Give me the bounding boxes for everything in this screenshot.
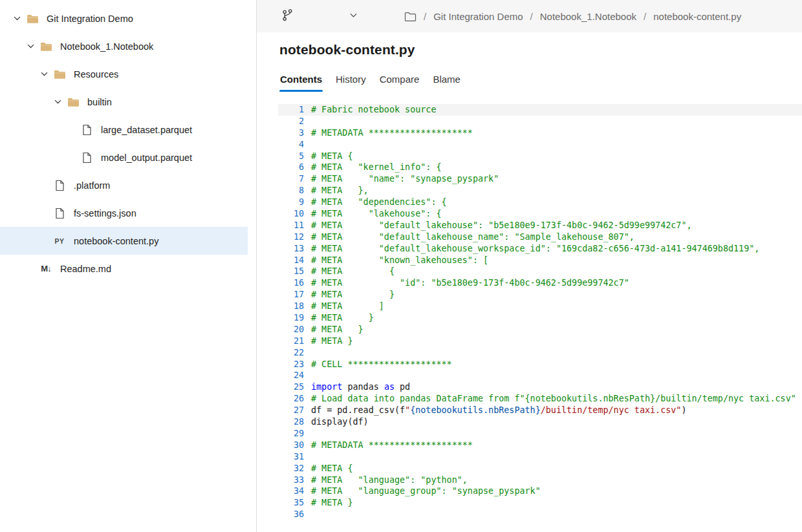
tree-item-readme-md[interactable]: M↓Readme.md xyxy=(0,255,248,282)
line-number[interactable]: 19 xyxy=(278,312,304,324)
code-line: 10# META "lakehouse": { xyxy=(278,208,802,220)
code-line: 31 xyxy=(278,451,802,463)
line-number[interactable]: 33 xyxy=(278,474,304,486)
chevron-spacer xyxy=(36,199,52,227)
line-content: import pandas as pd xyxy=(304,381,410,393)
line-number[interactable]: 28 xyxy=(278,416,304,428)
tree-item-label: Git Integration Demo xyxy=(47,14,133,24)
tree-item-label: notebook-content.py xyxy=(74,236,158,246)
tab-contents[interactable]: Contents xyxy=(279,71,323,92)
line-number[interactable]: 1 xyxy=(278,104,304,116)
code-line: 36 xyxy=(278,509,802,520)
line-number[interactable]: 16 xyxy=(278,277,304,289)
line-content xyxy=(304,347,311,359)
tree-item-fs-settings-json[interactable]: fs-settings.json xyxy=(0,199,248,227)
line-number[interactable]: 24 xyxy=(278,370,304,381)
code-line: 6# META "kernel_info": { xyxy=(278,162,802,173)
code-line: 18# META ] xyxy=(278,301,802,312)
tree-item-model-output-parquet[interactable]: model_output.parquet xyxy=(0,144,248,171)
breadcrumb-item-git-integration-demo[interactable]: Git Integration Demo xyxy=(433,11,523,22)
breadcrumb-item-notebook-1-notebook[interactable]: Notebook_1.Notebook xyxy=(540,11,636,22)
line-number[interactable]: 17 xyxy=(278,289,304,301)
line-number[interactable]: 11 xyxy=(278,220,304,231)
line-content: # META }, xyxy=(304,185,369,197)
chevron-down-icon xyxy=(349,10,358,22)
line-number[interactable]: 3 xyxy=(278,127,304,139)
breadcrumb-separator: / xyxy=(530,11,533,22)
page-title: notebook-content.py xyxy=(279,42,802,58)
line-content: # META "known_lakehouses": [ xyxy=(304,255,488,266)
line-number[interactable]: 8 xyxy=(278,185,304,197)
chevron-down-icon[interactable] xyxy=(50,88,66,116)
line-number[interactable]: 14 xyxy=(278,255,304,266)
file-icon xyxy=(80,116,94,144)
tree-item-notebook-content-py[interactable]: PYnotebook-content.py xyxy=(0,227,248,255)
tree-item-notebook-1-notebook[interactable]: Notebook_1.Notebook xyxy=(0,32,248,60)
code-line: 17# META } xyxy=(278,289,802,301)
line-number[interactable]: 21 xyxy=(278,335,304,347)
line-number[interactable]: 5 xyxy=(278,151,304,162)
line-number[interactable]: 22 xyxy=(278,347,304,359)
line-number[interactable]: 15 xyxy=(278,266,304,277)
breadcrumb-item-notebook-content-py[interactable]: notebook-content.py xyxy=(653,11,741,22)
markdown-file-icon: M↓ xyxy=(39,255,53,282)
chevron-spacer xyxy=(63,144,80,171)
line-number[interactable]: 10 xyxy=(278,208,304,220)
line-number[interactable]: 27 xyxy=(278,405,304,416)
tab-blame[interactable]: Blame xyxy=(432,71,461,92)
tree-item-label: Notebook_1.Notebook xyxy=(60,41,153,52)
file-icon xyxy=(52,199,67,227)
repo-root-folder-icon[interactable] xyxy=(404,11,417,22)
line-number[interactable]: 29 xyxy=(278,428,304,440)
tree-item-platform[interactable]: .platform xyxy=(0,171,248,199)
line-content: # METADATA ******************** xyxy=(304,127,473,139)
line-content: # META } xyxy=(304,497,353,509)
branch-selector[interactable] xyxy=(281,8,358,25)
tree-item-resources[interactable]: Resources xyxy=(0,60,248,88)
line-content: # META "default_lakehouse_name": "Sample… xyxy=(304,231,634,243)
chevron-down-icon[interactable] xyxy=(36,60,52,88)
chevron-down-icon[interactable] xyxy=(9,5,25,32)
tree-item-builtin[interactable]: builtin xyxy=(0,88,248,116)
line-number[interactable]: 12 xyxy=(278,231,304,243)
app-window: Git Integration DemoNotebook_1.NotebookR… xyxy=(0,0,802,532)
line-content: # Load data into pandas DataFrame from f… xyxy=(304,393,796,405)
line-number[interactable]: 34 xyxy=(278,485,304,497)
line-number[interactable]: 4 xyxy=(278,139,304,151)
code-line: 26# Load data into pandas DataFrame from… xyxy=(278,393,802,405)
line-content: # Fabric notebook source xyxy=(304,104,436,116)
line-content: # META "language_group": "synapse_pyspar… xyxy=(304,485,541,497)
code-viewer: 1# Fabric notebook source23# METADATA **… xyxy=(278,101,802,532)
line-number[interactable]: 30 xyxy=(278,440,304,451)
file-icon xyxy=(80,144,94,171)
line-number[interactable]: 31 xyxy=(278,451,304,463)
code-line: 14# META "known_lakehouses": [ xyxy=(278,255,802,266)
code-line: 11# META "default_lakehouse": "b5e180e9-… xyxy=(278,220,802,231)
line-content: # META } xyxy=(304,312,374,324)
code-line: 13# META "default_lakehouse_workspace_id… xyxy=(278,243,802,255)
line-number[interactable]: 9 xyxy=(278,197,304,208)
chevron-down-icon[interactable] xyxy=(23,32,39,60)
code-line: 1# Fabric notebook source xyxy=(278,104,802,116)
tree-item-large-dataset-parquet[interactable]: large_dataset.parquet xyxy=(0,116,248,144)
file-tree-sidebar: Git Integration DemoNotebook_1.NotebookR… xyxy=(0,0,257,532)
line-content: display(df) xyxy=(304,416,369,428)
line-number[interactable]: 2 xyxy=(278,116,304,127)
line-number[interactable]: 26 xyxy=(278,393,304,405)
line-number[interactable]: 35 xyxy=(278,497,304,509)
line-number[interactable]: 23 xyxy=(278,359,304,370)
code-line: 9# META "dependencies": { xyxy=(278,197,802,208)
code-line: 2 xyxy=(278,116,802,127)
line-number[interactable]: 6 xyxy=(278,162,304,173)
tree-item-git-integration-demo[interactable]: Git Integration Demo xyxy=(0,5,248,32)
line-number[interactable]: 32 xyxy=(278,463,304,474)
code-line: 24 xyxy=(278,370,802,381)
tab-compare[interactable]: Compare xyxy=(379,71,420,92)
line-number[interactable]: 7 xyxy=(278,173,304,185)
line-number[interactable]: 20 xyxy=(278,324,304,335)
line-number[interactable]: 36 xyxy=(278,509,304,520)
line-number[interactable]: 18 xyxy=(278,301,304,312)
tab-history[interactable]: History xyxy=(335,71,367,92)
line-number[interactable]: 13 xyxy=(278,243,304,255)
line-number[interactable]: 25 xyxy=(278,381,304,393)
